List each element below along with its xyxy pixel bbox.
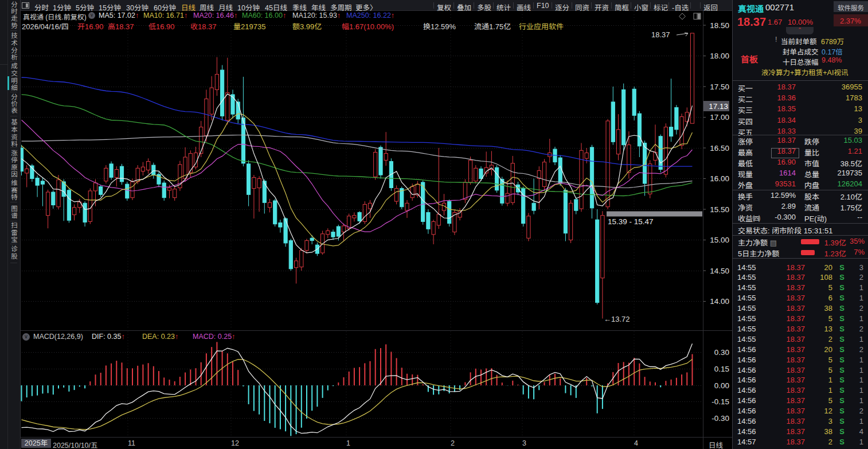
svg-text:17.13: 17.13	[709, 102, 728, 111]
svg-text:17.50: 17.50	[710, 83, 729, 91]
svg-text:18.37: 18.37	[651, 30, 670, 39]
svg-text:15.39 - 15.47: 15.39 - 15.47	[608, 217, 654, 226]
svg-text:14.00: 14.00	[710, 297, 729, 306]
svg-text:0.15: 0.15	[714, 365, 729, 373]
svg-text:14.50: 14.50	[710, 267, 729, 275]
svg-text:16.50: 16.50	[710, 144, 729, 153]
svg-text:17.00: 17.00	[710, 113, 729, 122]
svg-text:0.00: 0.00	[714, 381, 729, 390]
svg-text:-0.30: -0.30	[711, 414, 729, 423]
svg-text:18.50: 18.50	[710, 21, 729, 30]
svg-text:←13.72: ←13.72	[604, 315, 630, 323]
svg-text:-0.15: -0.15	[711, 397, 729, 406]
svg-text:15.00: 15.00	[710, 236, 729, 244]
svg-text:0.30: 0.30	[714, 348, 729, 357]
svg-text:15.50: 15.50	[710, 205, 729, 214]
svg-text:18.00: 18.00	[710, 52, 729, 60]
svg-text:16.00: 16.00	[710, 174, 729, 183]
